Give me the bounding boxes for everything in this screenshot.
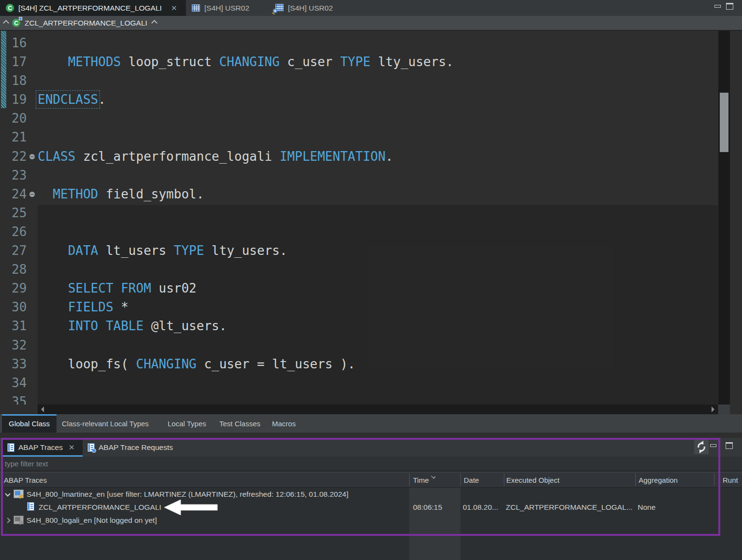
trace-date-cell: 01.08.20... [463,503,498,512]
refresh-icon [694,440,709,454]
breadcrumb-arrow-icon[interactable] [151,20,157,26]
code-line[interactable]: 32 [0,336,718,355]
code-line[interactable]: 18 [0,71,718,90]
tab-global-class[interactable]: Global Class [2,414,57,433]
line-number: 32 [0,336,38,355]
tab-macros[interactable]: Macros [272,414,296,433]
code-line[interactable]: 24 METHOD field_symbol. [0,185,718,204]
column-abap-traces[interactable]: ABAP Traces [4,476,47,484]
line-number: 35 [0,392,38,405]
tab-title: [S4H] USR02 [204,4,249,13]
code-line[interactable]: 35 [0,392,718,405]
vertical-scrollbar-thumb[interactable] [720,93,728,152]
close-icon[interactable]: ✕ [69,443,75,452]
data-preview-search-icon [274,4,284,12]
tab-abap-trace-requests[interactable]: ABAP Trace Requests [83,438,193,457]
line-number: 23 [0,166,38,185]
vertical-scrollbar[interactable] [718,31,730,405]
trace-entry-label: ZCL_ARTPERFORMANCE_LOGALI [39,503,161,512]
code-line[interactable]: 16 [0,34,718,53]
fold-marker-icon[interactable] [29,192,35,197]
traces-table-header: ABAP Traces Time Date Executed Object Ag… [0,472,742,488]
tab-usr02-search[interactable]: [S4H] USR02 [268,0,349,16]
tab-test-classes[interactable]: Test Classes [219,414,260,433]
line-number: 28 [0,260,38,279]
trace-system-row[interactable]: S4H_800_logali_en [Not logged on yet] [0,514,742,527]
maximize-icon[interactable] [726,3,733,10]
minimize-icon[interactable] [714,5,721,8]
expander-expanded-icon[interactable] [5,491,10,496]
expander-collapsed-icon[interactable] [5,518,10,523]
column-runtime[interactable]: Runt [723,476,738,484]
code-line[interactable]: 17 METHODS loop_struct CHANGING c_user T… [0,53,718,71]
code-line[interactable]: 20 [0,109,718,128]
column-executed-object[interactable]: Executed Object [506,476,559,484]
code-line[interactable]: 21 [0,128,718,147]
line-number: 34 [0,374,38,392]
trace-time-cell: 08:06:15 [413,503,442,512]
line-number: 19 [0,90,38,109]
line-number: 24 [0,185,38,204]
line-number: 31 [0,317,38,336]
breadcrumb: C ZCL_ARTPERFORMANCE_LOGALI [0,16,742,31]
code-lines: 1617 METHODS loop_struct CHANGING c_user… [0,34,718,405]
trace-executed-object-cell: ZCL_ARTPERFORMANCE_LOGAL... [506,503,632,512]
scroll-left-icon[interactable] [41,406,44,412]
scrollbar-corner [718,405,730,414]
column-aggregation[interactable]: Aggregation [639,476,678,484]
maximize-icon[interactable] [726,442,733,449]
filter-placeholder: type filter text [5,460,48,468]
column-date[interactable]: Date [464,476,479,484]
tab-class-relevant-local-types[interactable]: Class-relevant Local Types [62,414,149,433]
class-section-tabs: Global Class Class-relevant Local Types … [0,414,742,433]
code-line[interactable]: 31 INTO TABLE @lt_users. [0,317,718,336]
sap-system-icon [14,490,24,498]
code-line[interactable]: 29 SELECT FROM usr02 [0,279,718,298]
code-line[interactable]: 26 [0,223,718,241]
abap-traces-panel: ABAP Traces ✕ ABAP Trace Requests type f… [0,438,742,560]
trace-system-row[interactable]: S4H_800_lmartinez_en [user filter: LMART… [0,488,742,501]
trace-system-label: S4H_800_lmartinez_en [user filter: LMART… [27,490,348,499]
code-line[interactable]: 23 [0,166,718,185]
scroll-right-icon[interactable] [712,406,714,412]
code-line[interactable]: 30 FIELDS * [0,298,718,317]
line-number: 20 [0,109,38,128]
tab-local-types[interactable]: Local Types [168,414,206,433]
trace-system-label: S4H_800_logali_en [Not logged on yet] [27,516,157,525]
line-number: 25 [0,204,38,223]
column-time[interactable]: Time [413,476,429,484]
code-line[interactable]: 22CLASS zcl_artperformance_logali IMPLEM… [0,147,718,166]
code-line[interactable]: 34 [0,374,718,392]
tab-abap-traces[interactable]: ABAP Traces ✕ [2,438,83,457]
trace-requests-icon [87,443,95,452]
code-line[interactable]: 33 loop_fs( CHANGING c_user = lt_users )… [0,355,718,374]
line-number: 16 [0,34,38,53]
code-line[interactable]: 27 DATA lt_users TYPE lty_users. [0,241,718,260]
minimize-icon[interactable] [710,444,716,447]
line-number: 21 [0,128,38,147]
trace-entry-row[interactable]: ZCL_ARTPERFORMANCE_LOGALI 08:06:15 01.08… [0,501,742,514]
breadcrumb-arrow-icon[interactable] [3,20,9,26]
tab-zcl-artperformance-logali[interactable]: C [S4H] ZCL_ARTPERFORMANCE_LOGALI ✕ [0,0,186,16]
close-icon[interactable]: ✕ [171,4,177,13]
line-number: 26 [0,223,38,241]
annotation-arrow-icon [164,500,218,515]
code-line[interactable]: 28 [0,260,718,279]
trace-document-icon [27,502,34,511]
line-number: 18 [0,71,38,90]
trace-aggregation-cell: None [638,503,656,512]
horizontal-scrollbar[interactable] [38,405,718,414]
editor-tabstrip: C [S4H] ZCL_ARTPERFORMANCE_LOGALI ✕ [S4H… [0,0,742,16]
code-line[interactable]: 25 [0,204,718,223]
fold-marker-icon[interactable] [29,154,35,159]
code-editor[interactable]: 1617 METHODS loop_struct CHANGING c_user… [0,31,742,414]
tab-usr02-grid[interactable]: [S4H] USR02 [186,0,267,16]
abap-class-icon: C [6,4,14,12]
line-number: 27 [0,241,38,260]
filter-input[interactable]: type filter text [0,457,742,471]
line-number: 33 [0,355,38,374]
breadcrumb-label[interactable]: ZCL_ARTPERFORMANCE_LOGALI [25,19,147,28]
code-line[interactable]: 19ENDCLASS. [0,90,718,109]
panel-tabstrip: ABAP Traces ✕ ABAP Trace Requests [0,438,742,457]
refresh-button[interactable] [694,440,709,454]
